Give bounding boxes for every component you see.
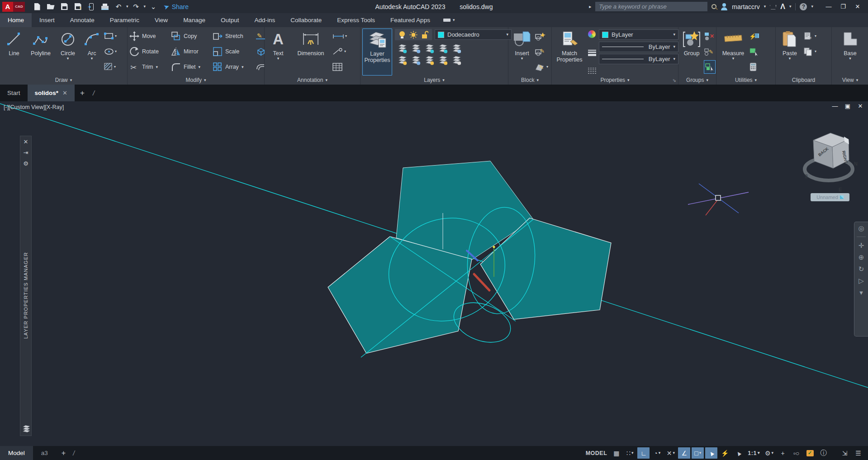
- zoom-extents-icon[interactable]: ⊕: [859, 254, 864, 261]
- ribbon-tab-annotate[interactable]: Annotate: [62, 13, 102, 27]
- move-button[interactable]: Move: [129, 31, 171, 41]
- username[interactable]: martaccrv: [732, 3, 759, 10]
- redo-icon[interactable]: ↷: [130, 1, 142, 12]
- panel-label-modify[interactable]: Modify▾: [128, 76, 264, 85]
- compass-e-label[interactable]: E: [839, 187, 842, 192]
- lineweight-dropdown[interactable]: ByLayer ▾: [599, 42, 678, 52]
- graphics-performance-icon[interactable]: ✓: [804, 447, 816, 459]
- measure-button[interactable]: Measure ▾: [718, 28, 748, 76]
- layer-unlock-fade-icon[interactable]: [436, 55, 449, 65]
- polar-tracking-icon-caret[interactable]: ▾: [659, 451, 661, 455]
- edit-block-button[interactable]: ✎: [535, 45, 548, 58]
- ortho-mode-icon[interactable]: ∟: [637, 447, 650, 459]
- snap-mode-icon-caret[interactable]: ▾: [631, 451, 634, 455]
- lineweight-icon[interactable]: [588, 50, 596, 56]
- navigation-wheel-icon[interactable]: ◎: [858, 225, 864, 232]
- hatch-button[interactable]: ▾: [104, 60, 117, 74]
- search-input[interactable]: [595, 2, 707, 11]
- object-snap-icon-caret[interactable]: ▾: [699, 451, 702, 455]
- paste-button[interactable]: Paste ▾: [778, 28, 802, 76]
- file-tab-start[interactable]: Start: [0, 85, 28, 101]
- line-button[interactable]: Line: [2, 28, 26, 76]
- annotation-visibility-icon[interactable]: ▲: [732, 447, 745, 459]
- panel-label-draw[interactable]: Draw▾: [0, 76, 127, 85]
- stretch-button[interactable]: Stretch: [213, 31, 254, 41]
- file-tab-solidos[interactable]: solidos*✕: [28, 85, 75, 101]
- linetype-caret-icon[interactable]: ▾: [673, 57, 675, 61]
- customization-plus-icon[interactable]: +: [777, 447, 789, 459]
- autodesk-app-icon[interactable]: Λ: [780, 3, 785, 11]
- ribbon-tab-output[interactable]: Output: [213, 13, 247, 27]
- search-expand-icon[interactable]: ▸: [589, 4, 591, 9]
- compass-s-label[interactable]: S: [805, 174, 808, 179]
- new-file-icon[interactable]: [31, 1, 43, 12]
- array-caret-icon[interactable]: ▾: [242, 65, 244, 69]
- group-selection-toggle[interactable]: [704, 60, 716, 74]
- text-button[interactable]: A Text ▾: [266, 28, 290, 76]
- arc-button[interactable]: Arc ▾: [81, 28, 103, 76]
- array-button[interactable]: Array▾: [213, 62, 254, 72]
- undo-caret-icon[interactable]: ▾: [126, 5, 128, 9]
- quick-select-button[interactable]: ⚡: [749, 29, 760, 43]
- panel-label-clipboard[interactable]: Clipboard: [776, 76, 831, 85]
- measure-caret-icon[interactable]: ▾: [732, 57, 735, 61]
- layout-tab-a3[interactable]: a3: [33, 446, 56, 460]
- isodraft-icon-caret[interactable]: ▾: [673, 451, 675, 455]
- circle-button[interactable]: Circle ▾: [55, 28, 81, 76]
- viewport-controls-label[interactable]: [-][Custom View][X-Ray]: [4, 104, 64, 110]
- properties-dialog-launcher-icon[interactable]: ⇘: [673, 78, 676, 83]
- circle-caret-icon[interactable]: ▾: [67, 57, 69, 61]
- store-cart-icon[interactable]: [770, 5, 776, 9]
- create-block-button[interactable]: [535, 29, 548, 43]
- cut-button[interactable]: ✂▾: [803, 29, 816, 43]
- ribbon-tab-parametric[interactable]: Parametric: [102, 13, 147, 27]
- layer-match-icon[interactable]: [450, 55, 462, 65]
- fillet-caret-icon[interactable]: ▾: [198, 65, 200, 69]
- help-menu-caret-icon[interactable]: ▾: [811, 5, 813, 9]
- ribbon-tab-express-tools[interactable]: Express Tools: [329, 13, 383, 27]
- isolate-objects-icon[interactable]: ⓘ: [817, 447, 830, 459]
- object-color-dropdown[interactable]: ByLayer ▾: [599, 29, 678, 40]
- annotation-scale-button[interactable]: 1:1▾: [746, 447, 762, 459]
- user-avatar-icon[interactable]: [721, 3, 728, 10]
- palette-auto-hide-icon[interactable]: ⇥: [20, 147, 31, 158]
- table-button[interactable]: [332, 60, 347, 74]
- navigation-bar[interactable]: ◎✛⊕↻▷▾: [854, 222, 868, 337]
- layer-off-icon[interactable]: [396, 43, 408, 53]
- panel-label-layers[interactable]: Layers▾: [360, 76, 508, 85]
- trim-caret-icon[interactable]: ▾: [156, 65, 158, 69]
- file-tab-overflow-icon[interactable]: /: [90, 85, 97, 101]
- window-minimize-button[interactable]: —: [822, 1, 835, 13]
- copy-button[interactable]: Copy: [171, 31, 213, 41]
- panel-label-block[interactable]: Block▾: [508, 76, 551, 85]
- ribbon-tab-view[interactable]: View: [147, 13, 175, 27]
- layer-thaw-icon[interactable]: [423, 55, 435, 65]
- dynamic-input-icon[interactable]: ▲: [705, 447, 717, 459]
- layer-properties-manager-palette[interactable]: ✕ ⇥ ⚙ LAYER PROPERTIES MANAGER: [20, 136, 32, 436]
- model-space-button[interactable]: MODEL: [584, 447, 609, 459]
- user-menu-caret-icon[interactable]: ▾: [764, 5, 766, 9]
- viewport-minimize-icon[interactable]: —: [831, 103, 839, 109]
- open-folder-icon[interactable]: [45, 1, 57, 12]
- object-color-caret-icon[interactable]: ▾: [673, 33, 675, 37]
- layout-overflow-icon[interactable]: /: [71, 450, 76, 457]
- ribbon-tab-manage[interactable]: Manage: [175, 13, 213, 27]
- autocad-logo-a-icon[interactable]: A: [2, 2, 13, 12]
- object-snap-icon[interactable]: □▾: [692, 447, 704, 459]
- viewport-close-icon[interactable]: ✕: [856, 103, 864, 109]
- new-layout-button[interactable]: +: [56, 449, 71, 457]
- layer-isolate-icon[interactable]: [409, 43, 422, 53]
- insert-block-button[interactable]: Insert ▾: [510, 28, 534, 76]
- compass-n-label[interactable]: N: [854, 161, 858, 166]
- edit-attributes-button[interactable]: ✎▾: [535, 60, 548, 74]
- dimension-button[interactable]: Dimension: [290, 28, 332, 76]
- layer-make-current-icon[interactable]: [450, 43, 462, 53]
- ribbon-tab-home[interactable]: Home: [0, 13, 32, 27]
- navbar-menu-icon[interactable]: ▾: [859, 289, 863, 296]
- panel-label-annotation[interactable]: Annotation▾: [265, 76, 360, 85]
- layer-lock-icon[interactable]: [436, 43, 449, 53]
- lineweight-caret-icon[interactable]: ▾: [673, 45, 675, 49]
- leader-button[interactable]: ▾: [332, 45, 347, 58]
- text-caret-icon[interactable]: ▾: [277, 57, 280, 61]
- clean-screen-icon[interactable]: ⇲: [839, 447, 851, 459]
